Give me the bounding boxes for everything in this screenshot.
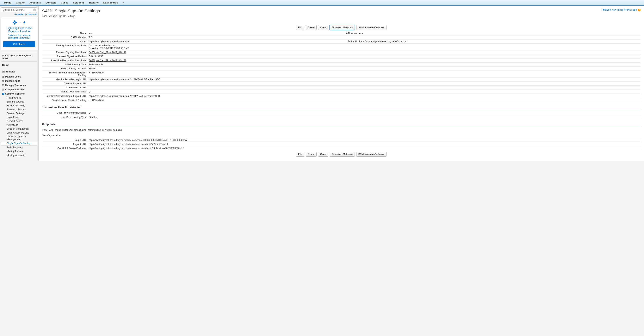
endpoints-your-org: Your Organization [42, 133, 640, 138]
field-value [88, 82, 640, 86]
help-badge-icon[interactable]: ? [638, 9, 640, 12]
sidebar-item-label: Manage Users [5, 76, 21, 78]
field-label: Assertion Decryption Certificate [42, 58, 88, 62]
field-label: Name [42, 32, 88, 36]
sidebar-sub-item[interactable]: Session Management [1, 127, 38, 131]
clone-button[interactable]: Clone [318, 152, 328, 156]
download-metadata-button[interactable]: Download Metadata [330, 25, 355, 30]
chevron-right-icon: ▶ [2, 80, 4, 82]
field-label: SAML Identity Type [42, 62, 88, 67]
tab-contacts[interactable]: Contacts [43, 0, 59, 5]
edit-button[interactable]: Edit [296, 25, 304, 30]
tab-chatter[interactable]: Chatter [14, 0, 27, 5]
sidebar-sub-item[interactable]: Session Settings [1, 112, 38, 115]
field-value: https://syntegritynet-dev-ed.my.salesfor… [358, 40, 640, 44]
field-label: API Name [333, 32, 358, 36]
tab-add[interactable]: + [120, 0, 126, 5]
field-value: HTTP Redirect [88, 71, 640, 78]
field-label: Request Signing Certificate [42, 50, 88, 54]
saml-validator-button[interactable]: SAML Assertion Validator [356, 25, 387, 30]
svg-point-3 [14, 23, 16, 24]
field-value: CN=*.ecs.cloudentity.comExpiration: 25 F… [88, 44, 640, 50]
sidebar-sub-item[interactable]: Certificate and Key Management [1, 135, 38, 141]
printable-view-link[interactable]: Printable View [602, 8, 616, 11]
field-value: Federation ID [88, 62, 640, 67]
promo-subtitle: Switch to the modern, intelligent Salesf… [3, 34, 35, 39]
field-label: Single Logout Request Binding [42, 98, 88, 102]
sidebar-quick-start[interactable]: Salesforce Mobile Quick Start [1, 52, 38, 62]
sidebar-sub-item[interactable]: Field Accessibility [1, 104, 38, 108]
help-icon[interactable]: ? [33, 8, 36, 11]
sidebar: ? Expand All | Collapse All → Lightning … [0, 6, 38, 161]
sidebar-sub-item[interactable]: Activations [1, 123, 38, 127]
lightning-icon [23, 20, 26, 25]
back-link[interactable]: Back to Single Sign-On Settings [42, 15, 75, 18]
sidebar-sub-item[interactable]: Identity Provider [1, 150, 38, 153]
sidebar-sub-item[interactable]: Single Sign-On Settings [1, 141, 38, 146]
tab-accounts[interactable]: Accounts [27, 0, 43, 5]
cert-link[interactable]: SelfSignedCert_29Jan2019_044141 [89, 51, 126, 54]
promo-icons: → [3, 20, 35, 25]
delete-button[interactable]: Delete [306, 152, 317, 156]
field-label: Logout URL [42, 142, 88, 146]
field-value: https://syntegritynet-dev-ed.my.salesfor… [88, 142, 640, 146]
top-nav: Home Chatter Accounts Contacts Cases Sol… [0, 0, 644, 6]
sidebar-item-label: Company Profile [5, 88, 24, 91]
tab-dashboards[interactable]: Dashboards [101, 0, 120, 5]
tab-home[interactable]: Home [2, 0, 14, 5]
get-started-button[interactable]: Get Started [3, 41, 35, 47]
collapse-all-link[interactable]: Collapse All [26, 13, 38, 16]
field-label: Entity ID [333, 40, 358, 44]
sidebar-sub-item[interactable]: Password Policies [1, 108, 38, 112]
saml-validator-button[interactable]: SAML Assertion Validator [356, 152, 387, 156]
flower-icon [12, 20, 17, 25]
field-value: SelfSignedCert_29Jan2019_044141 [88, 50, 640, 54]
svg-point-6 [14, 22, 16, 23]
field-value: https://ecs.cylance.cloudentity.com/saml… [88, 94, 640, 98]
clone-button[interactable]: Clone [318, 25, 328, 30]
field-value: 2.0 [88, 36, 640, 40]
field-label: Custom Error URL [42, 86, 88, 90]
tab-cases[interactable]: Cases [59, 0, 71, 5]
sidebar-sub-item[interactable]: Identity Verification [1, 153, 38, 157]
field-value: ecs [358, 32, 640, 36]
sidebar-sub-item[interactable]: Login Access Policies [1, 131, 38, 135]
field-label: Request Signature Method [42, 54, 88, 58]
edit-button[interactable]: Edit [296, 152, 304, 156]
field-label: Identity Provider Login URL [42, 78, 88, 82]
svg-point-5 [15, 22, 17, 24]
sidebar-item-security-controls[interactable]: ▼Security Controls [1, 92, 38, 96]
help-page-link[interactable]: Help for this Page [618, 8, 637, 11]
sidebar-sub-item[interactable]: Sharing Settings [1, 100, 38, 104]
search-input[interactable] [1, 7, 37, 12]
sidebar-item-company-profile[interactable]: ▶Company Profile [1, 88, 38, 92]
action-buttons-top: Edit Delete Clone Download Metadata SAML… [42, 25, 640, 30]
field-value [88, 86, 640, 90]
tab-solutions[interactable]: Solutions [71, 0, 87, 5]
expand-all-link[interactable]: Expand All [14, 13, 24, 16]
field-value: ✓ [88, 90, 640, 94]
svg-point-4 [12, 22, 14, 24]
delete-button[interactable]: Delete [306, 25, 317, 30]
download-metadata-button[interactable]: Download Metadata [330, 152, 355, 156]
field-label: Login URL [42, 138, 88, 142]
field-label: User Provisioning Enabled [42, 111, 88, 115]
tab-reports[interactable]: Reports [87, 0, 101, 5]
sidebar-sub-item[interactable]: Auth. Providers [1, 146, 38, 150]
cert-link[interactable]: SelfSignedCert_29Jan2019_044141 [89, 59, 126, 62]
sidebar-item-manage-territories[interactable]: ▶Manage Territories [1, 83, 38, 88]
endpoints-section-header: Endpoints [42, 121, 640, 127]
sidebar-home[interactable]: Home [1, 62, 38, 68]
sidebar-sub-item[interactable]: Network Access [1, 119, 38, 123]
field-value: SelfSignedCert_29Jan2019_044141 [88, 58, 640, 62]
page-header-links: Printable View | Help for this Page ? [602, 8, 640, 12]
field-value: https://ecs.cylance.cloudentity.com/saml… [88, 78, 640, 82]
sidebar-sub-item[interactable]: Login Flows [1, 115, 38, 119]
sidebar-sub-item[interactable]: Health Check [1, 96, 38, 100]
sidebar-item-manage-apps[interactable]: ▶Manage Apps [1, 79, 38, 83]
chevron-right-icon: ▶ [2, 84, 4, 86]
jit-section-header: Just-in-time User Provisioning [42, 104, 640, 110]
saml-details-table: NameecsAPI Nameecs SAML Version2.0 Issue… [42, 32, 640, 102]
field-value: https://syntegritynet-dev-ed.my.salesfor… [88, 146, 640, 150]
sidebar-item-manage-users[interactable]: ▶Manage Users [1, 74, 38, 79]
